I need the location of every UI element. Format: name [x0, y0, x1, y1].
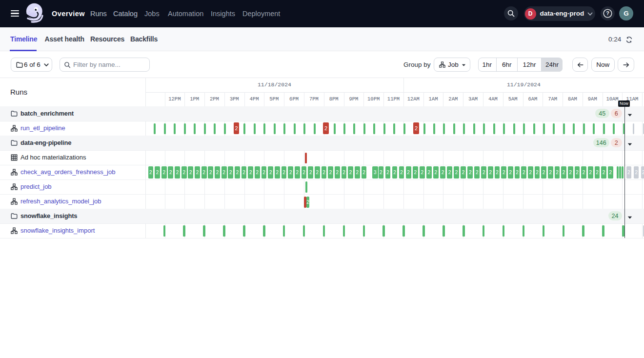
svg-text:?: ?	[606, 10, 609, 16]
